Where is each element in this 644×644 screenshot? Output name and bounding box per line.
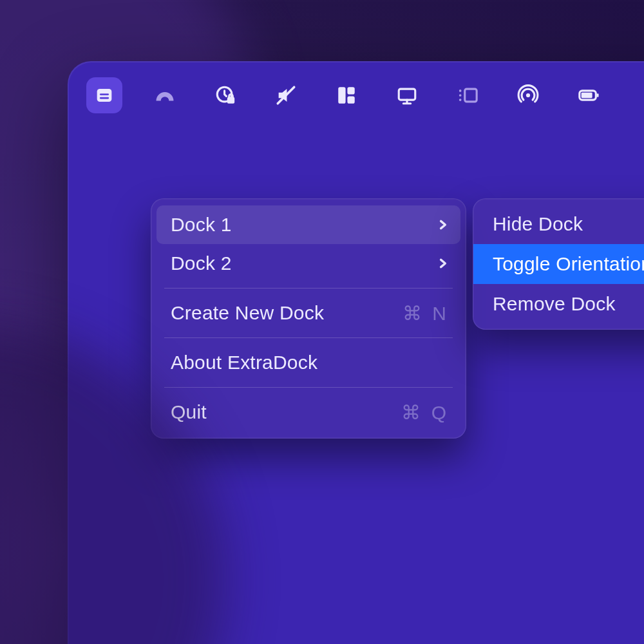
app-window: Dock 1 Dock 2 Create New Dock ⌘ N About …	[68, 61, 644, 644]
menu-item-label: About ExtraDock	[171, 352, 317, 374]
sidecar-icon[interactable]	[450, 77, 486, 113]
svg-rect-16	[582, 93, 592, 99]
menu-item-label: Dock 1	[171, 214, 232, 236]
mute-icon[interactable]	[268, 77, 304, 113]
menu-item-label: Quit	[171, 401, 207, 423]
menu-item-quit[interactable]: Quit ⌘ Q	[151, 393, 466, 431]
svg-rect-2	[100, 97, 109, 99]
menu-shortcut: ⌘ Q	[401, 401, 449, 424]
chevron-right-icon	[437, 258, 449, 269]
svg-rect-9	[399, 89, 415, 100]
submenu-item-hide-dock[interactable]: Hide Dock	[473, 204, 644, 244]
submenu-item-remove-dock[interactable]: Remove Dock	[473, 284, 644, 324]
svg-rect-7	[347, 87, 354, 94]
control-center-icon[interactable]	[328, 77, 365, 113]
svg-point-12	[459, 94, 462, 97]
battery-icon[interactable]	[571, 77, 607, 113]
menu-separator	[164, 337, 453, 338]
chevron-right-icon	[437, 219, 449, 231]
menu-item-label: Remove Dock	[493, 293, 616, 315]
svg-rect-8	[347, 96, 354, 103]
svg-point-13	[459, 99, 462, 101]
vpn-arch-icon[interactable]	[147, 77, 183, 113]
menu-separator	[164, 387, 453, 388]
submenu-item-toggle-orientation[interactable]: Toggle Orientation	[473, 244, 644, 284]
menu-item-label: Create New Dock	[171, 302, 324, 324]
menu-item-dock-2[interactable]: Dock 2	[151, 244, 466, 283]
menu-separator	[164, 288, 453, 289]
menu-item-about[interactable]: About ExtraDock	[151, 343, 466, 382]
menu-item-label: Dock 2	[171, 252, 232, 274]
menu-item-create-dock[interactable]: Create New Dock ⌘ N	[151, 294, 466, 332]
clock-lock-icon[interactable]	[207, 77, 243, 113]
svg-point-14	[526, 93, 530, 97]
menubar	[86, 77, 644, 113]
svg-rect-10	[465, 89, 477, 102]
svg-rect-4	[227, 97, 234, 104]
menubar-extradock-icon[interactable]	[86, 77, 122, 113]
svg-rect-17	[597, 93, 599, 97]
menu-shortcut: ⌘ N	[402, 302, 449, 325]
menu-item-dock-1[interactable]: Dock 1	[156, 205, 460, 244]
svg-rect-6	[338, 87, 345, 104]
svg-rect-1	[100, 93, 109, 95]
menu-item-label: Toggle Orientation	[493, 253, 644, 275]
dock-submenu: Hide Dock Toggle Orientation Remove Dock	[473, 198, 644, 330]
menu-item-label: Hide Dock	[493, 213, 583, 235]
extradock-menu: Dock 1 Dock 2 Create New Dock ⌘ N About …	[151, 198, 466, 439]
display-icon[interactable]	[389, 77, 425, 113]
airdrop-icon[interactable]	[510, 77, 546, 113]
svg-point-11	[459, 90, 462, 92]
